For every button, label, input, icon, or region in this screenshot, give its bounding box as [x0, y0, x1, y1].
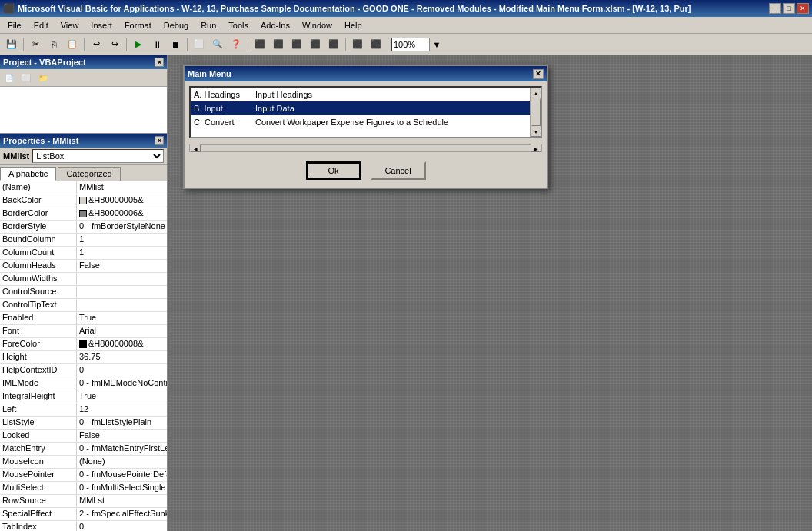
project-panel-close[interactable]: ✕ — [155, 58, 164, 67]
prop-name-label: MatchEntry — [0, 443, 77, 455]
prop-row[interactable]: Height36.75 — [0, 351, 167, 364]
zoom-dropdown-btn[interactable]: ▼ — [431, 36, 442, 53]
scroll-up-btn[interactable]: ▲ — [531, 88, 541, 98]
stop-toolbar-btn[interactable]: ⏹ — [167, 36, 184, 53]
tb-btn-misc6[interactable]: ⬛ — [349, 36, 366, 53]
menu-window[interactable]: Window — [296, 19, 338, 32]
prop-row[interactable]: BorderStyle0 - fmBorderStyleNone — [0, 221, 167, 234]
left-panel: Project - VBAProject ✕ 📄 ⬜ 📁 Properties … — [0, 55, 168, 531]
tb-btn-misc4[interactable]: ⬛ — [307, 36, 324, 53]
prop-row[interactable]: IntegralHeightTrue — [0, 390, 167, 403]
prop-row[interactable]: MousePointer0 - fmMousePointerDefault — [0, 469, 167, 482]
dialog-listbox[interactable]: A. HeadingsInput HeadingsB. InputInput D… — [191, 88, 530, 137]
toolbar: 💾 ✂ ⎘ 📋 ↩ ↪ ▶ ⏸ ⏹ ⬜ 🔍 ❓ ⬛ ⬛ ⬛ ⬛ ⬛ ⬛ ⬛ ▼ — [0, 34, 812, 55]
minimize-button[interactable]: _ — [769, 3, 781, 14]
cut-toolbar-btn[interactable]: ✂ — [27, 36, 44, 53]
menu-addins[interactable]: Add-Ins — [255, 19, 296, 32]
list-item[interactable]: B. InputInput Data — [191, 101, 530, 115]
prop-name-label: ListStyle — [0, 417, 77, 429]
prop-name-label: ColumnHeads — [0, 260, 77, 272]
properties-panel-title: Properties - MMlist — [3, 136, 78, 145]
cancel-button[interactable]: Cancel — [371, 161, 426, 180]
prop-row[interactable]: Left12 — [0, 403, 167, 417]
run-toolbar-btn[interactable]: ▶ — [130, 36, 147, 53]
prop-row[interactable]: TabIndex0 — [0, 521, 167, 531]
prop-row[interactable]: (Name)MMlist — [0, 181, 167, 194]
dialog-close-btn[interactable]: ✕ — [533, 69, 544, 79]
prop-row[interactable]: EnabledTrue — [0, 312, 167, 325]
prop-row[interactable]: ControlSource — [0, 286, 167, 299]
prop-row[interactable]: ColumnHeadsFalse — [0, 260, 167, 273]
prop-row[interactable]: BoundColumn1 — [0, 234, 167, 247]
menu-format[interactable]: Format — [118, 19, 158, 32]
project-toggle-folder-btn[interactable]: 📁 — [35, 71, 51, 85]
tb-btn-misc7[interactable]: ⬛ — [368, 36, 384, 53]
tb-btn-misc2[interactable]: ⬛ — [270, 36, 287, 53]
prop-row[interactable]: MultiSelect0 - fmMultiSelectSingle — [0, 482, 167, 495]
pause-toolbar-btn[interactable]: ⏸ — [148, 36, 165, 53]
menu-tools[interactable]: Tools — [222, 19, 255, 32]
prop-name-label: IntegralHeight — [0, 390, 77, 403]
prop-row[interactable]: ForeColor&H80000008& — [0, 338, 167, 351]
prop-row[interactable]: BorderColor&H80000006& — [0, 207, 167, 221]
prop-row[interactable]: MatchEntry0 - fmMatchEntryFirstLetter — [0, 443, 167, 456]
listbox-scrollbar[interactable]: ▲ ▼ — [530, 88, 541, 137]
prop-row[interactable]: BackColor&H80000005& — [0, 194, 167, 207]
prop-row[interactable]: RowSourceMMLst — [0, 495, 167, 508]
tab-categorized[interactable]: Categorized — [58, 167, 120, 181]
list-item[interactable]: A. HeadingsInput Headings — [191, 88, 530, 101]
maximize-button[interactable]: □ — [783, 3, 795, 14]
prop-row[interactable]: SpecialEffect2 - fmSpecialEffectSunken — [0, 508, 167, 521]
prop-row[interactable]: ControlTipText — [0, 299, 167, 312]
prop-name-label: MouseIcon — [0, 456, 77, 468]
prop-name-label: BoundColumn — [0, 234, 77, 246]
ok-button[interactable]: Ok — [306, 161, 361, 180]
prop-name-label: HelpContextID — [0, 364, 77, 377]
prop-row[interactable]: MouseIcon(None) — [0, 456, 167, 469]
tab-alphabetic[interactable]: Alphabetic — [0, 167, 56, 181]
menu-edit[interactable]: Edit — [28, 19, 55, 32]
prop-row[interactable]: FontArial — [0, 325, 167, 338]
design-toolbar-btn[interactable]: ⬜ — [191, 36, 208, 53]
project-view-code-btn[interactable]: 📄 — [2, 71, 17, 85]
hscroll-right-btn[interactable]: ▶ — [531, 144, 541, 152]
browse-toolbar-btn[interactable]: 🔍 — [209, 36, 226, 53]
close-button[interactable]: ✕ — [797, 3, 809, 14]
zoom-input[interactable] — [391, 38, 430, 51]
hscroll-left-btn[interactable]: ◀ — [190, 144, 201, 152]
tb-btn-misc5[interactable]: ⬛ — [325, 36, 342, 53]
project-panel-titlebar: Project - VBAProject ✕ — [0, 55, 167, 69]
prop-row[interactable]: ListStyle0 - fmListStylePlain — [0, 417, 167, 430]
prop-row[interactable]: HelpContextID0 — [0, 364, 167, 377]
properties-tabs: Alphabetic Categorized — [0, 165, 167, 181]
menu-view[interactable]: View — [55, 19, 85, 32]
undo-toolbar-btn[interactable]: ↩ — [88, 36, 105, 53]
scroll-thumb — [531, 98, 541, 126]
tb-btn-misc3[interactable]: ⬛ — [288, 36, 305, 53]
menu-run[interactable]: Run — [195, 19, 222, 32]
help-toolbar-btn[interactable]: ❓ — [228, 36, 245, 53]
save-toolbar-btn[interactable]: 💾 — [3, 36, 20, 53]
properties-panel-close[interactable]: ✕ — [155, 136, 164, 145]
redo-toolbar-btn[interactable]: ↪ — [106, 36, 123, 53]
menu-help[interactable]: Help — [338, 19, 368, 32]
copy-toolbar-btn[interactable]: ⎘ — [45, 36, 62, 53]
properties-object-select[interactable]: ListBox — [32, 149, 164, 163]
menu-debug[interactable]: Debug — [158, 19, 195, 32]
tb-btn-misc1[interactable]: ⬛ — [251, 36, 268, 53]
menu-file[interactable]: File — [2, 19, 28, 32]
menu-insert[interactable]: Insert — [85, 19, 118, 32]
list-item[interactable]: C. ConvertConvert Workpaper Expense Figu… — [191, 115, 530, 129]
properties-name-row: MMlist ListBox — [0, 148, 167, 165]
prop-value-label: 1 — [77, 247, 167, 259]
horizontal-scrollbar[interactable]: ◀ ▶ — [189, 144, 542, 152]
prop-row[interactable]: ColumnWidths — [0, 273, 167, 286]
project-tree[interactable] — [0, 87, 167, 133]
prop-row[interactable]: LockedFalse — [0, 430, 167, 443]
paste-toolbar-btn[interactable]: 📋 — [64, 36, 81, 53]
scroll-down-btn[interactable]: ▼ — [531, 126, 541, 137]
prop-value-label: (None) — [77, 456, 167, 468]
project-view-form-btn[interactable]: ⬜ — [18, 71, 34, 85]
prop-row[interactable]: ColumnCount1 — [0, 247, 167, 260]
prop-row[interactable]: IMEMode0 - fmIMEModeNoControl — [0, 377, 167, 390]
